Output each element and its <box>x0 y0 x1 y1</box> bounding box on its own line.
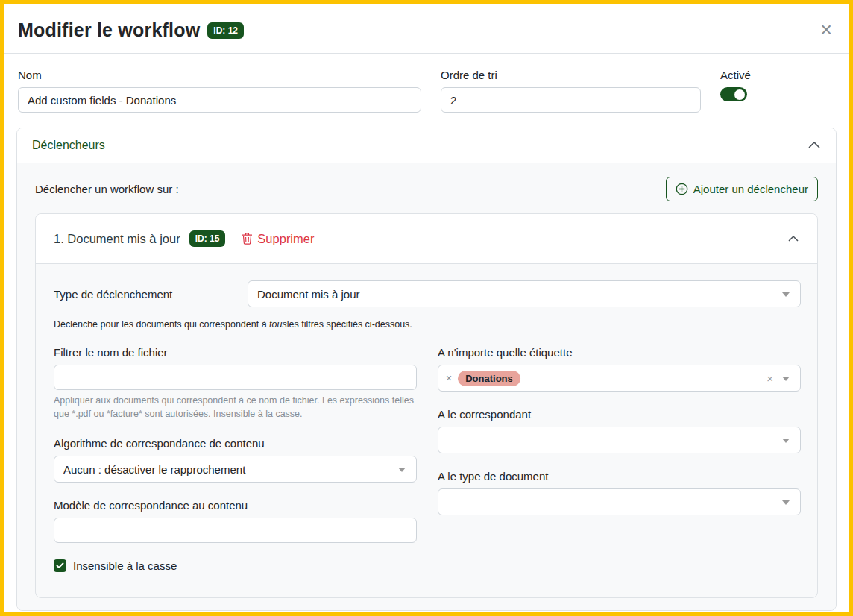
match-algorithm-select[interactable]: Aucun : désactiver le rapprochement <box>54 456 417 483</box>
right-column: A n'importe quelle étiquette × Donations… <box>438 346 801 572</box>
case-insensitive-group: Insensible à la casse <box>54 559 417 572</box>
document-type-filter-label: A le type de document <box>438 470 801 483</box>
sort-order-field-group: Ordre de tri <box>441 69 701 113</box>
toggle-knob <box>734 89 745 100</box>
clear-all-icon[interactable]: × <box>767 372 773 385</box>
close-icon[interactable]: × <box>817 20 835 40</box>
match-pattern-group: Modèle de correspondance au contenu <box>54 499 417 543</box>
collapse-triggers-button[interactable] <box>808 140 821 151</box>
trigger-title: 1. Document mis à jour <box>54 232 180 246</box>
enabled-toggle[interactable] <box>720 87 747 101</box>
trigger-filter-columns: Filtrer le nom de fichier Appliquer aux … <box>54 346 801 572</box>
case-insensitive-checkbox[interactable] <box>54 559 66 572</box>
workflow-id-badge: ID: 12 <box>207 22 244 39</box>
correspondent-select[interactable] <box>438 427 801 453</box>
trigger-type-value: Document mis à jour <box>257 288 360 301</box>
match-algorithm-group: Algorithme de correspondance de contenu … <box>54 437 417 483</box>
collapse-trigger-button[interactable] <box>787 233 799 245</box>
match-note: Déclenche pour les documents qui corresp… <box>54 319 801 330</box>
dropdown-caret-icon <box>782 500 790 505</box>
remove-tag-icon[interactable]: × <box>446 372 452 384</box>
dropdown-caret-icon <box>782 292 790 297</box>
triggers-section: Déclencheurs Déclencher un workflow sur … <box>16 128 837 611</box>
match-algorithm-label: Algorithme de correspondance de contenu <box>54 437 417 450</box>
trigger-id-badge: ID: 15 <box>189 230 226 247</box>
check-icon <box>56 562 64 569</box>
delete-trigger-button[interactable]: Supprimer <box>242 232 314 246</box>
dialog-title: Modifier le workflow <box>18 19 200 41</box>
trigger-type-row: Type de déclenchement Document mis à jou… <box>54 280 801 307</box>
enabled-label: Activé <box>720 69 835 81</box>
correspondent-filter-group: A le correspondant <box>438 408 801 453</box>
trigger-type-label: Type de déclenchement <box>54 288 248 301</box>
tags-filter-group: A n'importe quelle étiquette × Donations… <box>438 346 801 392</box>
trigger-card-body: Type de déclenchement Document mis à jou… <box>36 264 817 597</box>
triggers-intro-text: Déclencher un workflow sur : <box>35 183 179 195</box>
case-insensitive-label: Insensible à la casse <box>73 559 177 572</box>
filename-filter-label: Filtrer le nom de fichier <box>54 346 417 359</box>
triggers-section-body: Déclencher un workflow sur : Ajouter un … <box>17 163 836 610</box>
name-input[interactable] <box>18 87 421 113</box>
match-pattern-label: Modèle de correspondance au contenu <box>54 499 417 512</box>
plus-circle-icon <box>676 183 688 195</box>
filename-filter-group: Filtrer le nom de fichier Appliquer aux … <box>54 346 417 421</box>
filename-filter-input[interactable] <box>54 365 417 390</box>
sort-order-label: Ordre de tri <box>441 69 701 81</box>
left-column: Filtrer le nom de fichier Appliquer aux … <box>54 346 417 572</box>
delete-trigger-label: Supprimer <box>257 232 314 246</box>
name-label: Nom <box>18 69 421 81</box>
edit-workflow-dialog: Modifier le workflow ID: 12 × Nom Ordre … <box>4 4 849 612</box>
add-trigger-button[interactable]: Ajouter un déclencheur <box>666 177 818 201</box>
triggers-section-title: Déclencheurs <box>32 139 105 152</box>
correspondent-filter-label: A le correspondant <box>438 408 801 421</box>
dropdown-caret-icon <box>782 377 790 381</box>
trigger-card: 1. Document mis à jour ID: 15 Supprimer <box>35 213 818 598</box>
tags-filter-label: A n'importe quelle étiquette <box>438 346 801 359</box>
filename-filter-hint: Appliquer aux documents qui corresponden… <box>54 394 417 421</box>
trigger-type-select[interactable]: Document mis à jour <box>248 280 801 307</box>
sort-order-input[interactable] <box>441 87 701 113</box>
dropdown-caret-icon <box>398 468 406 472</box>
tags-select[interactable]: × Donations × <box>438 365 801 392</box>
dialog-header: Modifier le workflow ID: 12 × <box>4 4 849 54</box>
chevron-up-icon <box>787 233 799 245</box>
document-type-filter-group: A le type de document <box>438 470 801 515</box>
trigger-card-header[interactable]: 1. Document mis à jour ID: 15 Supprimer <box>36 214 817 264</box>
workflow-general-form: Nom Ordre de tri Activé <box>4 54 849 128</box>
dropdown-caret-icon <box>782 439 790 443</box>
add-trigger-label: Ajouter un déclencheur <box>693 183 808 195</box>
enabled-field-group: Activé <box>720 69 835 113</box>
tag-pill-donations: Donations <box>458 371 520 386</box>
triggers-section-header[interactable]: Déclencheurs <box>17 128 836 163</box>
chevron-up-icon <box>808 140 821 151</box>
match-pattern-input[interactable] <box>54 518 417 543</box>
trash-icon <box>242 233 253 245</box>
document-type-select[interactable] <box>438 488 801 515</box>
match-algorithm-value: Aucun : désactiver le rapprochement <box>63 463 245 476</box>
triggers-intro-row: Déclencher un workflow sur : Ajouter un … <box>35 177 818 201</box>
name-field-group: Nom <box>18 69 421 113</box>
